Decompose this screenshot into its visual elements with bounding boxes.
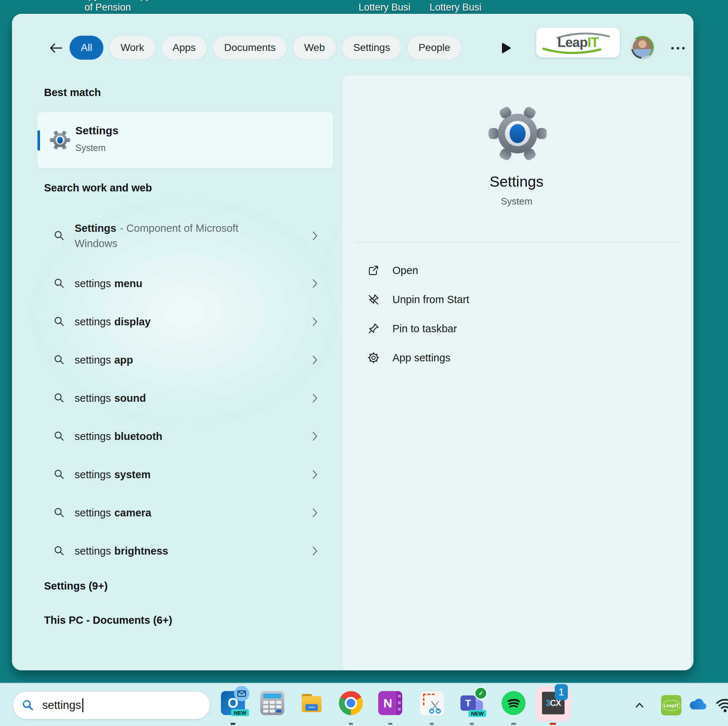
search-suggestion[interactable]: settingsbluetooth: [37, 422, 329, 451]
web-search-heading: Search work and web: [44, 182, 152, 194]
search-suggestion[interactable]: settingssystem: [37, 460, 329, 489]
search-icon: [54, 230, 65, 241]
best-match-subtitle: System: [75, 143, 106, 153]
pin-icon: [366, 321, 381, 336]
taskbar-onenote-icon[interactable]: N: [378, 691, 402, 715]
suggestion-text: settingssound: [75, 390, 278, 406]
tray-show-hidden-icons-button[interactable]: [632, 697, 648, 713]
tab-all[interactable]: All: [70, 36, 103, 60]
suggestion-text: settingsdisplay: [75, 314, 278, 329]
tray-wifi-icon[interactable]: [715, 696, 728, 715]
settings-app-icon-large: [487, 102, 549, 165]
search-icon: [54, 392, 65, 404]
spotify-waves: [503, 693, 524, 713]
chevron-right-icon: [312, 508, 318, 518]
tab-web[interactable]: Web: [293, 36, 336, 60]
3cx-count-badge: 1: [555, 684, 568, 700]
avatar-photo: [633, 37, 652, 57]
chevron-right-icon: [312, 355, 318, 365]
tab-work[interactable]: Work: [109, 36, 155, 60]
suggestion-text: Settings- Component of Microsoft Windows: [75, 220, 278, 251]
tab-people[interactable]: People: [407, 36, 462, 60]
text-caret: [82, 698, 83, 712]
more-options-button[interactable]: [667, 40, 688, 56]
taskbar-snipping-tool-icon[interactable]: [420, 691, 444, 716]
ellipsis-icon: [671, 47, 674, 49]
action-app-settings[interactable]: App settings: [357, 346, 575, 370]
action-unpin-from-start[interactable]: Unpin from Start: [357, 287, 575, 312]
tab-documents[interactable]: Documents: [213, 36, 287, 60]
suggestion-text: settingsbluetooth: [75, 429, 278, 444]
chevron-right-icon: [312, 231, 318, 240]
divider: [355, 242, 678, 242]
preview-subtitle: System: [342, 196, 691, 207]
back-button[interactable]: [47, 39, 64, 57]
outlook-new-badge: NEW: [231, 709, 249, 716]
tab-settings[interactable]: Settings: [342, 36, 401, 60]
unpin-icon: [366, 292, 381, 307]
calculator-screen: [263, 694, 281, 698]
snip-running-indicator: [430, 723, 434, 725]
search-icon: [54, 469, 65, 480]
suggestion-text: settingsmenu: [75, 276, 278, 291]
chevron-right-icon: [312, 393, 318, 403]
leapit-logo-button[interactable]: LeapIT: [536, 28, 620, 58]
action-open[interactable]: Open: [357, 258, 575, 283]
result-preview-panel: Settings System Open Unpin from Start: [342, 75, 691, 670]
chevron-up-icon: [634, 701, 645, 710]
outlook-running-indicator: [230, 723, 236, 725]
teams-new-badge: NEW: [468, 710, 486, 717]
user-avatar[interactable]: [631, 36, 654, 59]
action-label: Unpin from Start: [392, 293, 469, 306]
leapit-swoosh-bottom-icon: [542, 47, 604, 55]
onenote-letter: N: [383, 696, 392, 710]
action-label: Open: [392, 264, 418, 277]
calculator-keys: [263, 701, 281, 712]
selection-accent-bar: [37, 130, 40, 151]
action-pin-to-taskbar[interactable]: Pin to taskbar: [357, 316, 575, 341]
search-icon: [54, 354, 65, 366]
search-suggestion[interactable]: settingsbrightness: [37, 537, 329, 565]
search-icon: [54, 316, 65, 327]
search-suggestion[interactable]: settingsapp: [37, 346, 329, 374]
mail-badge-icon: [234, 686, 249, 701]
documents-group-heading: This PC - Documents (6+): [44, 614, 172, 626]
taskbar-outlook-icon[interactable]: O NEW: [221, 691, 245, 715]
search-suggestion[interactable]: settingsdisplay: [37, 307, 329, 336]
taskbar-3cx-icon[interactable]: 3CX 1: [536, 686, 571, 721]
more-tabs-button[interactable]: [499, 41, 514, 55]
search-suggestion-primary[interactable]: Settings- Component of Microsoft Windows: [37, 212, 329, 260]
search-icon: [54, 278, 65, 289]
open-external-icon: [366, 263, 381, 278]
desktop-label-fragment: py: [89, 0, 99, 2]
search-icon: [54, 431, 65, 442]
search-filter-tabs: All Work Apps Documents Web Settings Peo…: [70, 36, 488, 60]
tab-apps[interactable]: Apps: [161, 36, 207, 60]
suggestion-text: settingssystem: [75, 467, 278, 482]
desktop-label-lottery-2: Lottery Busi: [430, 2, 482, 13]
search-suggestion[interactable]: settingssound: [37, 384, 329, 412]
tray-leapit-icon[interactable]: LeapIT: [661, 695, 681, 715]
3cx-attention-indicator: [550, 723, 556, 725]
taskbar-chrome-icon[interactable]: [339, 691, 363, 715]
search-suggestion[interactable]: settingscamera: [37, 498, 329, 527]
search-icon: [54, 545, 65, 557]
taskbar-search-box[interactable]: settings: [13, 691, 210, 720]
taskbar-teams-icon[interactable]: T ✓ NEW: [460, 691, 484, 715]
search-suggestion[interactable]: settingsmenu: [37, 269, 329, 298]
tray-onedrive-icon[interactable]: [688, 698, 708, 712]
taskbar-file-explorer-icon[interactable]: [300, 691, 324, 715]
best-match-result[interactable]: Settings System: [37, 112, 333, 168]
taskbar-spotify-icon[interactable]: [502, 691, 526, 715]
chevron-right-icon: [312, 279, 318, 288]
suggestion-text: settingscamera: [75, 505, 278, 520]
chevron-right-icon: [312, 432, 318, 441]
best-match-heading: Best match: [44, 87, 101, 99]
settings-group-heading: Settings (9+): [44, 580, 108, 592]
taskbar-calculator-icon[interactable]: [260, 691, 284, 715]
chrome-running-indicator: [349, 723, 353, 725]
scissors-icon: [427, 699, 444, 715]
start-menu-window: All Work Apps Documents Web Settings Peo…: [12, 14, 693, 670]
search-icon: [22, 699, 34, 711]
suggestion-text: settingsbrightness: [75, 543, 278, 559]
